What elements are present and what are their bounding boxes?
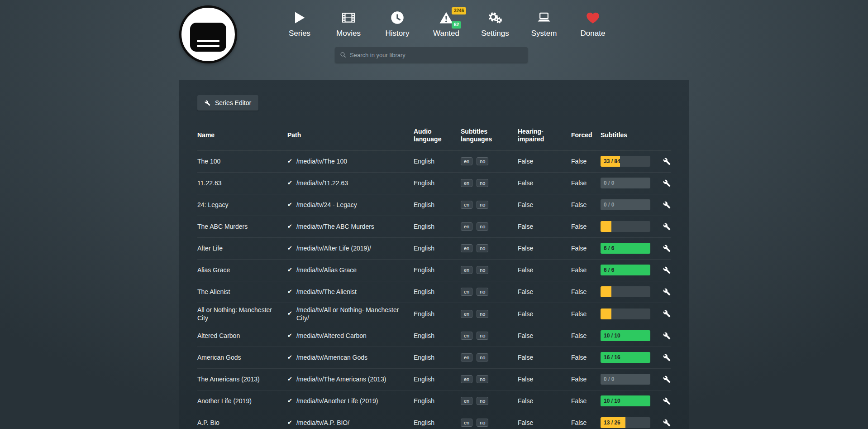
- table-row: All or Nothing: Manchester City ✔ /media…: [197, 303, 671, 325]
- audio-language: English: [414, 354, 461, 361]
- clock-icon: [391, 10, 404, 25]
- nav-series[interactable]: Series: [275, 6, 324, 38]
- nav-history[interactable]: History: [373, 6, 422, 38]
- wrench-icon[interactable]: [663, 419, 671, 427]
- audio-language: English: [414, 288, 461, 295]
- check-icon: ✔: [287, 332, 292, 340]
- series-name[interactable]: The 100: [197, 157, 287, 165]
- header-name: Name: [197, 131, 287, 139]
- subtitles-languages: en no: [461, 397, 518, 405]
- series-path: /media/tv/All or Nothing- Manchester Cit…: [296, 306, 405, 322]
- search-icon: [340, 52, 346, 58]
- lang-badge-en: en: [461, 353, 472, 362]
- series-name[interactable]: After Life: [197, 244, 287, 252]
- nav-system[interactable]: System: [520, 6, 568, 38]
- nav-wanted[interactable]: Wanted 3246 62: [422, 6, 471, 38]
- series-name[interactable]: All or Nothing: Manchester City: [197, 306, 287, 322]
- subtitles-languages: en no: [461, 157, 518, 165]
- subtitles-progress-text: 16 / 16: [604, 352, 620, 363]
- nav-settings[interactable]: Settings: [471, 6, 520, 38]
- check-icon: ✔: [287, 354, 292, 362]
- app-logo[interactable]: [179, 5, 237, 63]
- audio-language: English: [414, 245, 461, 252]
- subtitles-progress-bar: 0 / 0: [601, 374, 650, 385]
- wrench-icon[interactable]: [663, 245, 671, 252]
- forced-value: False: [571, 354, 601, 361]
- series-name[interactable]: Altered Carbon: [197, 332, 287, 340]
- wrench-icon[interactable]: [663, 310, 671, 318]
- lang-badge-no: no: [477, 419, 488, 427]
- wrench-icon[interactable]: [663, 179, 671, 187]
- lang-badge-en: en: [461, 201, 472, 209]
- check-icon: ✔: [287, 310, 292, 318]
- library-search: [335, 47, 528, 63]
- play-icon: [293, 10, 306, 25]
- series-name[interactable]: Alias Grace: [197, 266, 287, 274]
- forced-value: False: [571, 419, 601, 426]
- subtitles-progress-bar: 0 / 0: [601, 199, 650, 210]
- table-body: The 100 ✔ /media/tv/The 100 English en n…: [197, 150, 671, 429]
- lang-badge-no: no: [477, 201, 488, 209]
- lang-badge-no: no: [477, 353, 488, 362]
- series-name[interactable]: 11.22.63: [197, 179, 287, 187]
- series-path: /media/tv/Altered Carbon: [296, 332, 367, 340]
- subtitles-progress-bar: 6 / 6: [601, 243, 650, 254]
- wrench-icon[interactable]: [663, 332, 671, 340]
- audio-language: English: [414, 310, 461, 318]
- lang-badge-en: en: [461, 332, 472, 340]
- series-name[interactable]: Another Life (2019): [197, 397, 287, 405]
- lang-badge-no: no: [477, 397, 488, 405]
- forced-value: False: [571, 376, 601, 383]
- nav-donate[interactable]: Donate: [568, 6, 617, 38]
- series-editor-button[interactable]: Series Editor: [197, 95, 258, 111]
- hearing-impaired-value: False: [518, 310, 571, 318]
- wrench-icon[interactable]: [663, 376, 671, 383]
- subtitles-progress-bar: 0 / 0: [601, 178, 650, 188]
- forced-value: False: [571, 310, 601, 318]
- hearing-impaired-value: False: [518, 179, 571, 187]
- lang-badge-en: en: [461, 222, 472, 231]
- series-name[interactable]: 24: Legacy: [197, 201, 287, 209]
- page: Series Movies History Wanted 3246 62 Set…: [0, 0, 868, 429]
- lang-badge-en: en: [461, 288, 472, 296]
- header-forced: Forced: [571, 131, 601, 139]
- search-input[interactable]: [350, 52, 523, 58]
- audio-language: English: [414, 179, 461, 187]
- series-name[interactable]: American Gods: [197, 353, 287, 362]
- series-name[interactable]: A.P. Bio: [197, 419, 287, 427]
- series-name[interactable]: The Alienist: [197, 288, 287, 296]
- nav-settings-label: Settings: [481, 29, 509, 38]
- subtitles-progress-bar: 13 / 26: [601, 417, 650, 428]
- lang-badge-no: no: [477, 266, 488, 274]
- subtitles-progress-bar: 10 / 10: [601, 395, 650, 406]
- wrench-icon[interactable]: [663, 397, 671, 405]
- hearing-impaired-value: False: [518, 245, 571, 252]
- check-icon: ✔: [287, 158, 292, 165]
- series-path: /media/tv/The ABC Murders: [296, 222, 374, 231]
- nav-movies[interactable]: Movies: [324, 6, 373, 38]
- subtitles-progress-bar: 33 / 84: [601, 156, 650, 167]
- table-row: The 100 ✔ /media/tv/The 100 English en n…: [197, 150, 671, 172]
- table-header-row: Name Path Audio language Subtitles langu…: [197, 123, 671, 150]
- subtitles-languages: en no: [461, 310, 518, 318]
- lang-badge-en: en: [461, 244, 472, 252]
- wrench-icon[interactable]: [663, 223, 671, 231]
- wrench-icon[interactable]: [663, 266, 671, 274]
- series-name[interactable]: The Americans (2013): [197, 375, 287, 383]
- subtitles-languages: en no: [461, 375, 518, 383]
- forced-value: False: [571, 245, 601, 252]
- check-icon: ✔: [287, 419, 292, 427]
- series-path: /media/tv/24 - Legacy: [296, 201, 357, 209]
- series-name[interactable]: The ABC Murders: [197, 222, 287, 231]
- series-path: /media/tv/The 100: [296, 157, 347, 165]
- forced-value: False: [571, 179, 601, 187]
- lang-badge-en: en: [461, 375, 472, 383]
- lang-badge-en: en: [461, 310, 472, 318]
- forced-value: False: [571, 332, 601, 339]
- wrench-icon[interactable]: [663, 158, 671, 165]
- wrench-icon[interactable]: [663, 201, 671, 209]
- nav-donate-label: Donate: [581, 29, 606, 38]
- wrench-icon[interactable]: [663, 354, 671, 362]
- subtitles-languages: en no: [461, 266, 518, 274]
- wrench-icon[interactable]: [663, 288, 671, 296]
